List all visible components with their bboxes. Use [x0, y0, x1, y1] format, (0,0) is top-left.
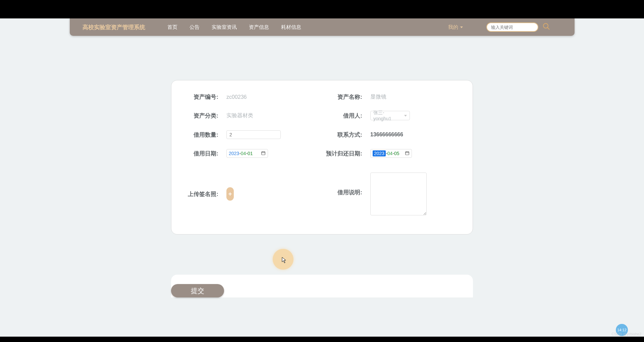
submit-section: 提交: [171, 275, 473, 297]
return-date-label: 预计归还日期:: [326, 150, 362, 157]
desc-label: 借用说明:: [326, 189, 362, 196]
borrow-qty-input[interactable]: [226, 130, 281, 139]
borrow-form-card: 资产编号: zc00236 资产名称: 显微镜 资产分类: 实验器材类 借用人:…: [171, 80, 473, 234]
row-contact: 联系方式: 13666666666: [326, 130, 462, 139]
borrow-date-day: 01: [248, 151, 253, 156]
return-date-year: 2023: [373, 150, 386, 156]
upload-signature-button[interactable]: +: [226, 187, 234, 201]
asset-name-value: 显微镜: [370, 93, 386, 100]
asset-category-value: 实验器材类: [226, 112, 253, 119]
asset-category-label: 资产分类:: [182, 112, 218, 120]
my-menu-dropdown[interactable]: 我的: [448, 24, 463, 30]
row-asset-name: 资产名称: 显微镜: [326, 93, 462, 101]
nav-consumable[interactable]: 耗材信息: [275, 24, 307, 30]
asset-code-value: zc00236: [226, 94, 247, 100]
calendar-icon: [261, 151, 266, 156]
top-black-bar: [0, 0, 644, 18]
nav-lab-news[interactable]: 实验室资讯: [206, 24, 243, 30]
row-upload: 上传签名照: +: [182, 173, 318, 215]
row-return-date: 预计归还日期: 2023 - 04 - 05: [326, 149, 462, 158]
borrow-date-year: 2023: [229, 151, 239, 156]
description-textarea[interactable]: [370, 173, 427, 215]
borrower-label: 借用人:: [326, 112, 362, 120]
row-description: 借用说明:: [326, 173, 462, 215]
nav-announcement[interactable]: 公告: [183, 24, 206, 30]
row-borrower: 借用人: 张三-yonghu1: [326, 111, 462, 120]
cursor-pointer-icon: [282, 257, 287, 264]
borrow-date-input[interactable]: 2023 - 04 - 01: [226, 149, 268, 158]
row-asset-category: 资产分类: 实验器材类: [182, 111, 318, 120]
return-date-month: 04: [387, 151, 393, 156]
row-asset-code: 资产编号: zc00236: [182, 93, 318, 101]
app-logo: 高校实验室资产管理系统: [83, 23, 145, 31]
upload-label: 上传签名照:: [182, 190, 218, 198]
contact-value: 13666666666: [370, 132, 403, 138]
bottom-black-bar: [0, 337, 644, 342]
nav-menu: 首页 公告 实验室资讯 资产信息 耗材信息: [161, 24, 307, 30]
row-borrow-date: 借用日期: 2023 - 04 - 01: [182, 149, 318, 158]
nav-asset-info[interactable]: 资产信息: [243, 24, 275, 30]
asset-code-label: 资产编号:: [182, 93, 218, 101]
svg-point-0: [543, 23, 548, 28]
contact-label: 联系方式:: [326, 131, 362, 139]
search-icon[interactable]: [542, 22, 550, 32]
svg-rect-2: [262, 151, 265, 154]
my-menu-label: 我的: [448, 24, 458, 30]
return-date-input[interactable]: 2023 - 04 - 05: [370, 149, 412, 158]
return-date-day: 05: [394, 151, 399, 156]
search-input[interactable]: [486, 22, 538, 32]
asset-name-label: 资产名称:: [326, 93, 362, 101]
chevron-down-icon: [460, 26, 463, 28]
borrow-qty-label: 借用数量:: [182, 131, 218, 139]
borrow-date-label: 借用日期:: [182, 150, 218, 157]
borrower-value: 张三-yonghu1: [373, 110, 402, 121]
search-wrap: [486, 22, 550, 32]
row-borrow-qty: 借用数量:: [182, 130, 318, 139]
submit-button[interactable]: 提交: [171, 284, 224, 297]
calendar-icon: [405, 151, 410, 156]
nav-home[interactable]: 首页: [161, 24, 183, 30]
borrow-date-month: 04: [241, 151, 246, 156]
header-bar: 高校实验室资产管理系统 首页 公告 实验室资讯 资产信息 耗材信息 我的: [70, 18, 575, 36]
form-card-wrapper: 资产编号: zc00236 资产名称: 显微镜 资产分类: 实验器材类 借用人:…: [0, 80, 644, 297]
watermark-text: CSDN @yzbishe2: [611, 332, 641, 336]
borrower-select[interactable]: 张三-yonghu1: [370, 111, 410, 120]
cursor-highlight: [273, 249, 293, 270]
svg-rect-6: [406, 151, 409, 154]
svg-line-1: [547, 27, 549, 29]
